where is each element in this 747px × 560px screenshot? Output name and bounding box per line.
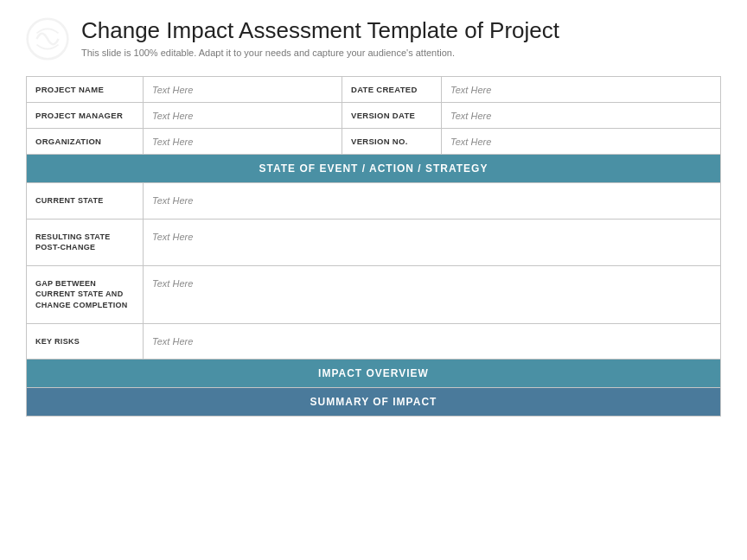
main-title: Change Impact Assessment Template of Pro… — [81, 17, 721, 44]
value-key-risks[interactable]: Text Here — [144, 323, 721, 360]
value-current-state[interactable]: Text Here — [144, 183, 721, 220]
value-version-date[interactable]: Text Here — [442, 103, 721, 129]
content-row-gap: GAP BETWEEN CURRENT STATE AND CHANGE COM… — [27, 265, 721, 323]
content-row-resulting-state: RESULTING STATE POST-CHANGE Text Here — [27, 219, 721, 265]
label-version-date: VERSION DATE — [342, 103, 442, 129]
info-row-project-manager: PROJECT MANAGER Text Here VERSION DATE T… — [27, 103, 721, 129]
info-row-project-name: PROJECT NAME Text Here DATE CREATED Text… — [27, 77, 721, 103]
state-section-header-row: STATE OF EVENT / ACTION / STRATEGY — [27, 155, 721, 183]
content-row-current-state: CURRENT STATE Text Here — [27, 183, 721, 220]
impact-overview-header: IMPACT OVERVIEW — [27, 360, 721, 388]
label-gap: GAP BETWEEN CURRENT STATE AND CHANGE COM… — [27, 265, 144, 323]
summary-of-impact-row: SUMMARY OF IMPACT — [27, 388, 721, 417]
content-row-key-risks: KEY RISKS Text Here — [27, 323, 721, 360]
main-table: PROJECT NAME Text Here DATE CREATED Text… — [26, 76, 721, 417]
logo-icon — [26, 17, 69, 60]
label-organization: ORGANIZATION — [27, 129, 144, 155]
header-text: Change Impact Assessment Template of Pro… — [81, 17, 721, 58]
value-project-name[interactable]: Text Here — [144, 77, 342, 103]
summary-of-impact-header: SUMMARY OF IMPACT — [27, 388, 721, 417]
label-version-no: VERSION NO. — [342, 129, 442, 155]
subtitle: This slide is 100% editable. Adapt it to… — [81, 48, 721, 58]
header-area: Change Impact Assessment Template of Pro… — [26, 17, 721, 60]
value-date-created[interactable]: Text Here — [442, 77, 721, 103]
value-version-no[interactable]: Text Here — [442, 129, 721, 155]
info-row-organization: ORGANIZATION Text Here VERSION NO. Text … — [27, 129, 721, 155]
label-resulting-state: RESULTING STATE POST-CHANGE — [27, 219, 144, 265]
label-date-created: DATE CREATED — [342, 77, 442, 103]
label-project-manager: PROJECT MANAGER — [27, 103, 144, 129]
label-current-state: CURRENT STATE — [27, 183, 144, 220]
value-gap[interactable]: Text Here — [144, 265, 721, 323]
label-project-name: PROJECT NAME — [27, 77, 144, 103]
impact-overview-row: IMPACT OVERVIEW — [27, 360, 721, 388]
value-project-manager[interactable]: Text Here — [144, 103, 342, 129]
label-key-risks: KEY RISKS — [27, 323, 144, 360]
value-organization[interactable]: Text Here — [144, 129, 342, 155]
page: Change Impact Assessment Template of Pro… — [0, 0, 747, 560]
value-resulting-state[interactable]: Text Here — [144, 219, 721, 265]
state-section-header: STATE OF EVENT / ACTION / STRATEGY — [27, 155, 721, 183]
